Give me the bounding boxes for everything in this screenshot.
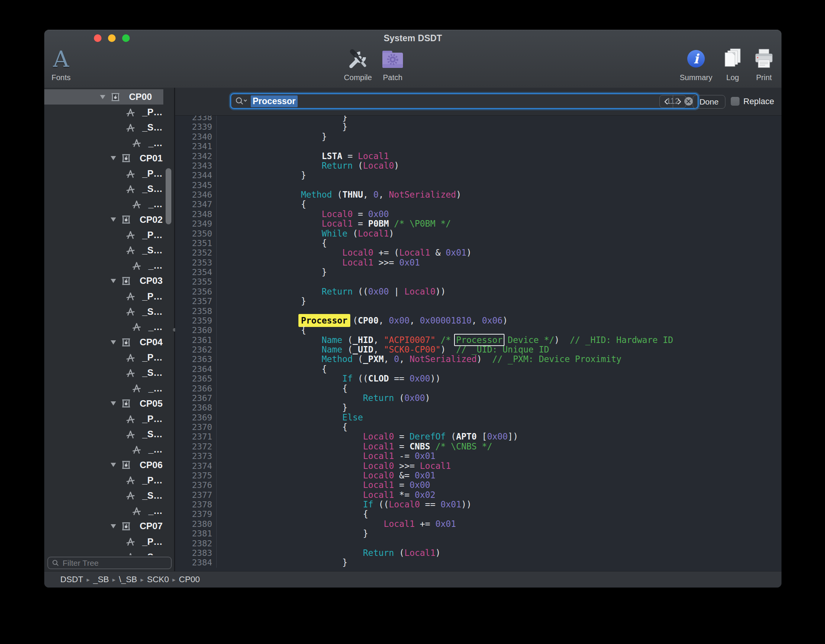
line-number: 2341 <box>175 142 217 151</box>
tree-item-_[interactable]: _… <box>44 503 174 518</box>
method-icon <box>131 261 142 271</box>
tree-item-_S[interactable]: _S… <box>44 488 174 503</box>
filter-placeholder: Filter Tree <box>63 559 99 568</box>
line-number: 2343 <box>175 161 217 171</box>
line-number: 2345 <box>175 180 217 190</box>
code-line: 2344 } <box>175 171 781 180</box>
line-number: 2353 <box>175 258 217 267</box>
tree-item-_P[interactable]: _P… <box>44 534 174 549</box>
tree-item-_P[interactable]: _P… <box>44 105 174 120</box>
tree-outline[interactable]: CP00_P…_S…_…CP01_P…_S…_…CP02_P…_S…_…CP03… <box>44 88 174 555</box>
tree-item-_P[interactable]: _P… <box>44 473 174 488</box>
chevron-left-icon <box>664 98 669 105</box>
toolbar-button-fonts[interactable]: AFonts <box>44 46 90 82</box>
done-button[interactable]: Done <box>693 95 725 109</box>
tree-item-CP05[interactable]: CP05 <box>44 396 174 411</box>
patch-icon <box>364 46 421 72</box>
breadcrumb-item[interactable]: CP00 <box>179 575 200 584</box>
disclosure-triangle-icon[interactable] <box>111 524 116 528</box>
tree-item-_[interactable]: _… <box>44 381 174 396</box>
tree-item-CP02[interactable]: CP02 <box>44 212 174 227</box>
disclosure-triangle-icon[interactable] <box>111 401 116 406</box>
method-icon <box>131 138 142 148</box>
chevron-right-icon <box>677 98 682 105</box>
line-number: 2371 <box>175 432 217 441</box>
breadcrumb-item[interactable]: _SB <box>93 575 109 584</box>
tree-item-_S[interactable]: _S… <box>44 365 174 380</box>
tree-item-_P[interactable]: _P… <box>44 227 174 243</box>
line-number: 2351 <box>175 238 217 248</box>
scrollbar-thumb[interactable] <box>166 168 171 224</box>
tree-item-_[interactable]: _… <box>44 196 174 212</box>
code-line: 2374 Local0 >>= Local1 <box>175 461 781 471</box>
tree-item-_S[interactable]: _S… <box>44 243 174 258</box>
tree-item-label: _P… <box>142 536 163 547</box>
code-line: 2382 <box>175 539 781 548</box>
toolbar-button-patch[interactable]: Patch <box>364 46 421 82</box>
fonts-icon: A <box>44 46 90 72</box>
method-icon <box>125 184 136 194</box>
disclosure-triangle-icon[interactable] <box>100 95 105 99</box>
code-line: 2371 Local0 = DerefOf (APT0 [0x00]) <box>175 432 781 441</box>
scope-icon <box>121 460 131 470</box>
tree-item-label: _… <box>148 444 163 455</box>
tree-item-_S[interactable]: _S… <box>44 181 174 196</box>
tree-item-_[interactable]: _… <box>44 319 174 335</box>
find-bar: Processor 112 <box>175 88 781 116</box>
line-number: 2347 <box>175 200 217 209</box>
code-editor[interactable]: 2338 }2339 }2340 }23412342 LSTA = Local1… <box>175 116 781 571</box>
toolbar-button-print[interactable]: Print <box>735 46 781 82</box>
breadcrumb-item[interactable]: DSDT <box>60 575 83 584</box>
tree-item-CP01[interactable]: CP01 <box>44 151 174 166</box>
previous-match-button[interactable] <box>660 95 673 108</box>
tree-item-_S[interactable]: _S… <box>44 304 174 319</box>
next-match-button[interactable] <box>673 95 686 108</box>
magnifier-icon[interactable] <box>235 96 248 106</box>
tree-item-_P[interactable]: _P… <box>44 166 174 181</box>
filter-tree-input[interactable]: Filter Tree <box>47 557 172 569</box>
line-number: 2339 <box>175 122 217 132</box>
disclosure-triangle-icon[interactable] <box>111 279 116 283</box>
tree-item-_[interactable]: _… <box>44 135 174 151</box>
code-line: 2350 While (Local1) <box>175 229 781 238</box>
method-icon <box>125 414 136 424</box>
code-line: 2348 Local0 = 0x00 <box>175 209 781 219</box>
tree-item-_P[interactable]: _P… <box>44 288 174 304</box>
tree-item-_P[interactable]: _P… <box>44 411 174 427</box>
breadcrumb-separator-icon: ▸ <box>172 576 176 583</box>
tree-item-_[interactable]: _… <box>44 258 174 273</box>
line-number: 2374 <box>175 461 217 471</box>
code-line: 2351 { <box>175 238 781 248</box>
tree-item-CP03[interactable]: CP03 <box>44 273 174 288</box>
tree-item-_[interactable]: _… <box>44 442 174 457</box>
tree-item-CP07[interactable]: CP07 <box>44 518 174 534</box>
disclosure-triangle-icon[interactable] <box>111 217 116 222</box>
method-icon <box>125 107 136 118</box>
disclosure-triangle-icon[interactable] <box>111 156 116 160</box>
tree-item-CP00[interactable]: CP00 <box>44 89 163 105</box>
code-line: 2357 } <box>175 296 781 306</box>
tree-item-CP06[interactable]: CP06 <box>44 457 174 473</box>
replace-checkbox[interactable] <box>731 97 740 106</box>
breadcrumb-item[interactable]: \_SB <box>119 575 137 584</box>
code-line: 2380 Local1 += 0x01 <box>175 519 781 529</box>
method-icon <box>125 230 136 240</box>
code-line: 2353 Local1 >>= 0x01 <box>175 258 781 267</box>
tree-item-CP04[interactable]: CP04 <box>44 335 174 350</box>
scope-icon <box>110 92 121 102</box>
breadcrumb-item[interactable]: SCK0 <box>147 575 169 584</box>
breadcrumb-separator-icon: ▸ <box>113 576 116 583</box>
code-line: 2361 Name (_HID, "ACPI0007" /* Processor… <box>175 335 781 345</box>
code-line: 2364 { <box>175 364 781 374</box>
line-number: 2358 <box>175 306 217 316</box>
line-number: 2361 <box>175 335 217 345</box>
search-input[interactable]: Processor 112 <box>230 93 699 109</box>
disclosure-triangle-icon[interactable] <box>111 463 116 467</box>
replace-label: Replace <box>743 95 774 108</box>
tree-item-_S[interactable]: _S… <box>44 427 174 442</box>
tree-item-_S[interactable]: _S… <box>44 120 174 135</box>
disclosure-triangle-icon[interactable] <box>111 340 116 345</box>
code-line: 2375 Local0 &= 0x01 <box>175 471 781 480</box>
tree-item-_S[interactable]: _S… <box>44 549 174 555</box>
tree-item-_P[interactable]: _P… <box>44 350 174 365</box>
